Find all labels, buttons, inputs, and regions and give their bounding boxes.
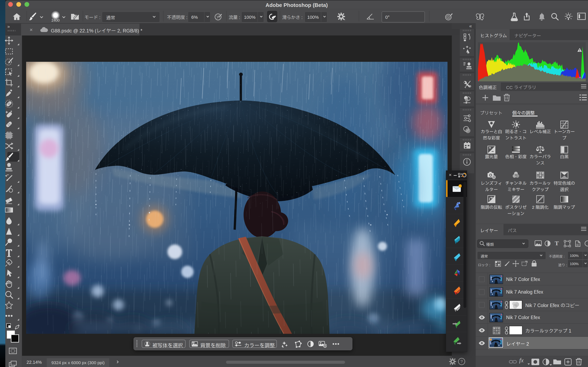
svg-text:?: ? <box>460 359 463 364</box>
